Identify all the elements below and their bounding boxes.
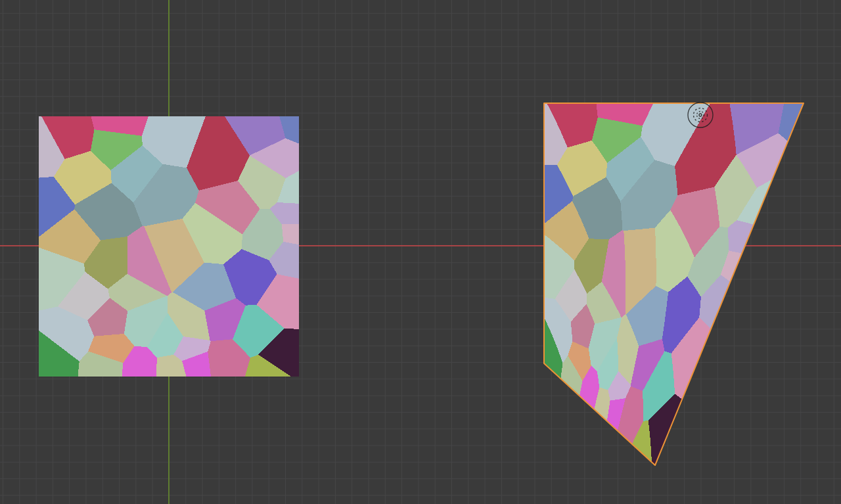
editor-viewport[interactable]: [0, 0, 841, 504]
image-plane-object[interactable]: [39, 116, 299, 377]
